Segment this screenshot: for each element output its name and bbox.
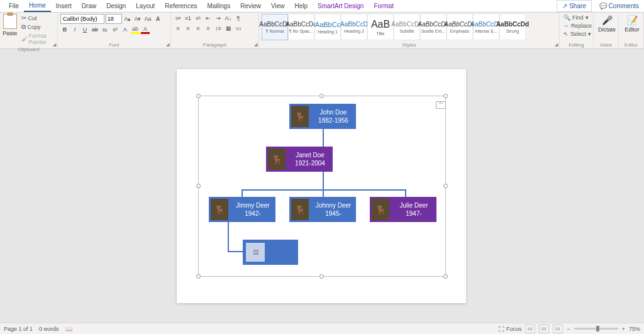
style-item[interactable]: AaBbCcDdSubtle Em... bbox=[420, 14, 447, 40]
paste-button[interactable]: Paste bbox=[3, 14, 18, 36]
resize-handle[interactable] bbox=[443, 94, 448, 98]
tab-file[interactable]: File bbox=[4, 1, 24, 11]
italic-button[interactable]: I bbox=[70, 25, 79, 34]
org-node-johnny[interactable]: Johnny Deer1945- bbox=[289, 197, 356, 222]
resize-handle[interactable] bbox=[196, 274, 201, 279]
clear-format-button[interactable]: A̷ bbox=[153, 14, 162, 23]
align-right-button[interactable]: ≡ bbox=[194, 24, 203, 33]
cut-button[interactable]: ✂Cut bbox=[20, 14, 55, 22]
style-item[interactable]: AaBbCcDdIntense E... bbox=[473, 14, 499, 40]
org-node-janet[interactable]: Janet Doe1921-2004 bbox=[266, 147, 333, 172]
highlight-button[interactable]: ab bbox=[131, 25, 140, 34]
subscript-button[interactable]: x₂ bbox=[101, 25, 109, 34]
tab-review[interactable]: Review bbox=[235, 1, 266, 11]
resize-handle[interactable] bbox=[196, 94, 201, 98]
borders-button[interactable]: ▭ bbox=[234, 24, 243, 33]
styles-dialog-launcher[interactable]: ◢ bbox=[555, 42, 558, 47]
resize-handle[interactable] bbox=[443, 274, 448, 279]
connector-line bbox=[242, 189, 243, 197]
font-name-input[interactable] bbox=[60, 14, 104, 24]
style-item[interactable]: AaBbCcDd¶ No Spac... bbox=[288, 14, 314, 40]
tab-insert[interactable]: Insert bbox=[51, 1, 77, 11]
resize-handle[interactable] bbox=[319, 274, 324, 279]
tab-view[interactable]: View bbox=[266, 1, 290, 11]
style-item[interactable]: AaBbCcDd¶ Normal bbox=[262, 14, 288, 40]
zoom-level[interactable]: 75% bbox=[629, 326, 640, 332]
show-marks-button[interactable]: ¶ bbox=[234, 14, 243, 23]
sort-button[interactable]: A↓ bbox=[224, 14, 233, 23]
style-item[interactable]: AaBbCcHeading 1 bbox=[314, 14, 341, 40]
font-dialog-launcher[interactable]: ◢ bbox=[166, 42, 169, 47]
connector-line bbox=[323, 170, 324, 191]
picture-placeholder-icon[interactable]: 🖼 bbox=[246, 243, 265, 262]
web-layout-button[interactable]: ▭ bbox=[553, 325, 563, 333]
grow-font-button[interactable]: A▴ bbox=[123, 14, 132, 23]
multilevel-button[interactable]: ≡¹ bbox=[194, 14, 203, 23]
indent-button[interactable]: ⇥ bbox=[214, 14, 223, 23]
style-item[interactable]: AaBbCcDHeading 2 bbox=[341, 14, 367, 40]
smartart-frame[interactable]: ⌒ John Doe1882-1956 Janet Doe1921-2004 bbox=[198, 96, 446, 277]
strike-button[interactable]: ab bbox=[91, 25, 99, 34]
style-item[interactable]: AaBbCcDdStrong bbox=[499, 14, 526, 40]
style-item[interactable]: AaBbCcDdEmphasis bbox=[447, 14, 473, 40]
tab-design[interactable]: Design bbox=[101, 1, 131, 11]
status-proofing-icon[interactable]: 📖 bbox=[65, 326, 72, 332]
underline-button[interactable]: U bbox=[80, 25, 89, 34]
bullets-button[interactable]: ≡• bbox=[174, 14, 182, 23]
comments-button[interactable]: 💬 Comments bbox=[594, 1, 644, 11]
resize-handle[interactable] bbox=[443, 184, 448, 188]
org-node-john[interactable]: John Doe1882-1956 bbox=[289, 104, 356, 129]
select-button[interactable]: ↖Select ▾ bbox=[562, 30, 591, 38]
align-center-button[interactable]: ≡ bbox=[184, 24, 192, 33]
org-node-julie[interactable]: Julie Deer1947- bbox=[370, 197, 436, 222]
superscript-button[interactable]: x² bbox=[111, 25, 119, 34]
styles-gallery[interactable]: AaBbCcDd¶ NormalAaBbCcDd¶ No Spac...AaBb… bbox=[262, 14, 557, 40]
status-words[interactable]: 0 words bbox=[39, 326, 59, 332]
org-node-jimmy[interactable]: Jimmy Deer1942- bbox=[209, 197, 275, 222]
replace-button[interactable]: ↔Replace bbox=[562, 22, 591, 30]
read-mode-button[interactable]: ▭ bbox=[525, 325, 535, 333]
justify-button[interactable]: ≡ bbox=[204, 24, 213, 33]
clipboard-dialog-launcher[interactable]: ◢ bbox=[53, 42, 56, 47]
tab-format[interactable]: Format bbox=[369, 1, 399, 11]
tab-references[interactable]: References bbox=[160, 1, 202, 11]
layout-options-button[interactable]: ⌒ bbox=[436, 101, 446, 109]
tab-draw[interactable]: Draw bbox=[77, 1, 101, 11]
dictate-button[interactable]: 🎤 Dictate bbox=[596, 14, 618, 33]
editor-button[interactable]: 📝 Editor bbox=[621, 14, 643, 33]
tab-smartart-design[interactable]: SmartArt Design bbox=[313, 1, 369, 11]
resize-handle[interactable] bbox=[319, 94, 324, 98]
shrink-font-button[interactable]: A▾ bbox=[133, 14, 142, 23]
font-size-input[interactable] bbox=[106, 14, 122, 24]
zoom-slider[interactable] bbox=[574, 328, 618, 330]
align-left-button[interactable]: ≡ bbox=[174, 24, 182, 33]
print-layout-button[interactable]: ▭ bbox=[539, 325, 549, 333]
style-item[interactable]: AaBTitle bbox=[367, 14, 394, 40]
share-button[interactable]: ↗ Share bbox=[557, 0, 591, 12]
paragraph-dialog-launcher[interactable]: ◢ bbox=[254, 42, 257, 47]
zoom-in-button[interactable]: + bbox=[622, 326, 625, 332]
status-page[interactable]: Page 1 of 1 bbox=[4, 326, 33, 332]
resize-handle[interactable] bbox=[196, 184, 201, 188]
tab-mailings[interactable]: Mailings bbox=[202, 1, 235, 11]
tab-home[interactable]: Home bbox=[24, 0, 51, 12]
numbering-button[interactable]: ≡1 bbox=[184, 14, 192, 23]
tab-help[interactable]: Help bbox=[289, 1, 313, 11]
tab-layout[interactable]: Layout bbox=[131, 1, 160, 11]
font-color-button[interactable]: A bbox=[141, 25, 150, 34]
bold-button[interactable]: B bbox=[60, 25, 69, 34]
find-button[interactable]: 🔍Find ▾ bbox=[562, 14, 591, 21]
change-case-button[interactable]: Aa bbox=[143, 14, 152, 23]
line-spacing-button[interactable]: ↕≡ bbox=[214, 24, 223, 33]
outdent-button[interactable]: ⇤ bbox=[204, 14, 213, 23]
shading-button[interactable]: ▦ bbox=[224, 24, 233, 33]
focus-mode-button[interactable]: ⛶ Focus bbox=[499, 326, 521, 332]
format-painter-button[interactable]: 🖌Format Painter bbox=[20, 32, 55, 46]
document-page[interactable]: ⌒ John Doe1882-1956 Janet Doe1921-2004 bbox=[177, 69, 466, 303]
text-effects-button[interactable]: A bbox=[121, 25, 130, 34]
zoom-out-button[interactable]: − bbox=[567, 326, 570, 332]
style-item[interactable]: AaBbCcDdSubtitle bbox=[394, 14, 420, 40]
org-node-placeholder[interactable]: 🖼 bbox=[243, 240, 298, 265]
person-name: Janet Doe bbox=[290, 151, 330, 159]
copy-button[interactable]: ⧉Copy bbox=[20, 23, 55, 31]
